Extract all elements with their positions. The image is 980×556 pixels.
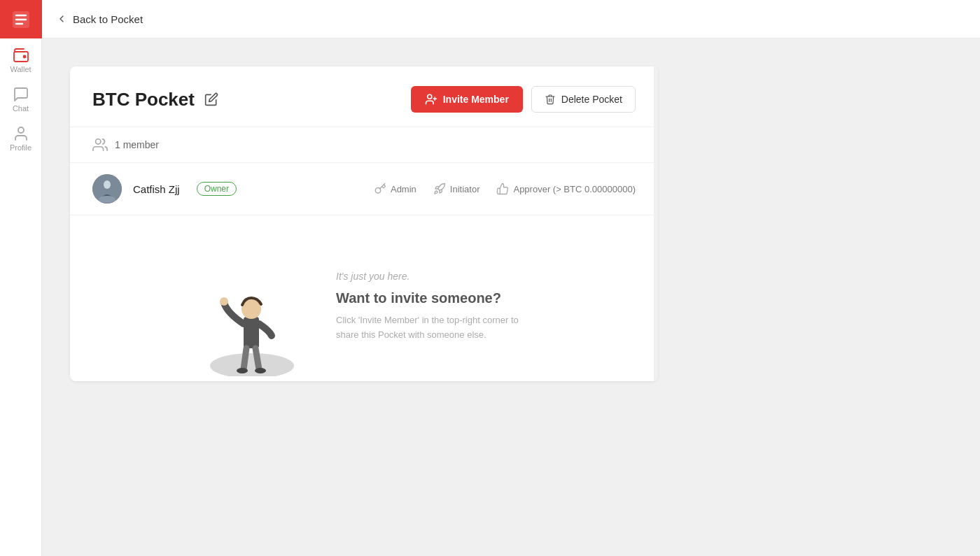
sidebar-item-profile[interactable]: Profile <box>0 117 42 156</box>
svg-point-19 <box>237 368 248 373</box>
pocket-title-row: BTC Pocket <box>92 89 218 111</box>
empty-text-block: It's just you here. Want to invite someo… <box>336 271 532 343</box>
back-button[interactable]: Back to Pocket <box>56 13 143 25</box>
sidebar-item-wallet[interactable]: Wallet <box>0 38 42 78</box>
delete-pocket-button[interactable]: Delete Pocket <box>531 86 636 113</box>
svg-point-20 <box>255 368 266 373</box>
role-approver: Approver (> BTC 0.00000000) <box>496 183 636 195</box>
trash-icon <box>545 94 556 105</box>
rocket-icon <box>433 183 446 195</box>
svg-point-13 <box>99 196 115 203</box>
member-count-text: 1 member <box>115 139 159 150</box>
empty-subtitle: It's just you here. <box>336 271 532 282</box>
top-bar: Back to Pocket <box>42 0 980 38</box>
delete-button-label: Delete Pocket <box>561 94 622 105</box>
sidebar-item-chat-label: Chat <box>13 104 29 113</box>
empty-title: Want to invite someone? <box>336 290 532 306</box>
profile-icon <box>13 125 29 142</box>
member-name: Catfish Zjj <box>133 183 180 195</box>
main-area: Back to Pocket BTC Pocket <box>42 0 980 556</box>
sidebar-item-profile-label: Profile <box>10 143 31 152</box>
pocket-card: BTC Pocket <box>70 66 658 381</box>
avatar <box>92 174 122 204</box>
role-admin: Admin <box>374 183 416 195</box>
svg-point-18 <box>220 297 228 306</box>
pocket-header: BTC Pocket <box>70 66 658 127</box>
invite-member-button[interactable]: Invite Member <box>411 86 523 113</box>
svg-point-6 <box>18 127 24 133</box>
svg-point-10 <box>96 139 101 144</box>
member-roles: Admin Initiator <box>374 183 636 195</box>
app-logo[interactable] <box>0 0 42 38</box>
key-icon <box>374 183 386 195</box>
sidebar-item-chat[interactable]: Chat <box>0 78 42 117</box>
pocket-title: BTC Pocket <box>92 89 195 111</box>
svg-point-5 <box>23 56 25 58</box>
header-actions: Invite Member Delete Pocket <box>411 86 636 113</box>
svg-point-7 <box>427 94 431 99</box>
avatar-image <box>92 174 122 204</box>
members-icon <box>92 137 108 152</box>
owner-badge: Owner <box>197 182 237 196</box>
role-admin-label: Admin <box>391 184 416 194</box>
member-count-row: 1 member <box>70 127 658 163</box>
back-label: Back to Pocket <box>73 13 143 25</box>
back-chevron-icon <box>56 13 67 24</box>
thumbsup-icon <box>496 183 509 195</box>
app-sidebar: Wallet Chat Profile <box>0 0 42 556</box>
add-person-icon <box>425 93 438 106</box>
edit-button[interactable] <box>204 92 218 106</box>
svg-point-15 <box>210 353 294 376</box>
svg-point-12 <box>104 180 111 189</box>
person-illustration <box>196 236 308 376</box>
chat-icon <box>13 86 29 103</box>
content-area: BTC Pocket <box>42 38 980 556</box>
invite-button-label: Invite Member <box>443 94 509 105</box>
empty-description: Click 'Invite Member' in the top-right c… <box>336 313 532 343</box>
role-initiator: Initiator <box>433 183 480 195</box>
edit-icon <box>204 92 218 106</box>
sidebar-item-wallet-label: Wallet <box>10 65 31 73</box>
role-initiator-label: Initiator <box>450 184 480 194</box>
role-approver-label: Approver (> BTC 0.00000000) <box>513 184 636 194</box>
member-row: Catfish Zjj Owner Admin <box>70 163 658 215</box>
empty-state: It's just you here. Want to invite someo… <box>70 215 658 381</box>
wallet-icon <box>13 47 29 64</box>
